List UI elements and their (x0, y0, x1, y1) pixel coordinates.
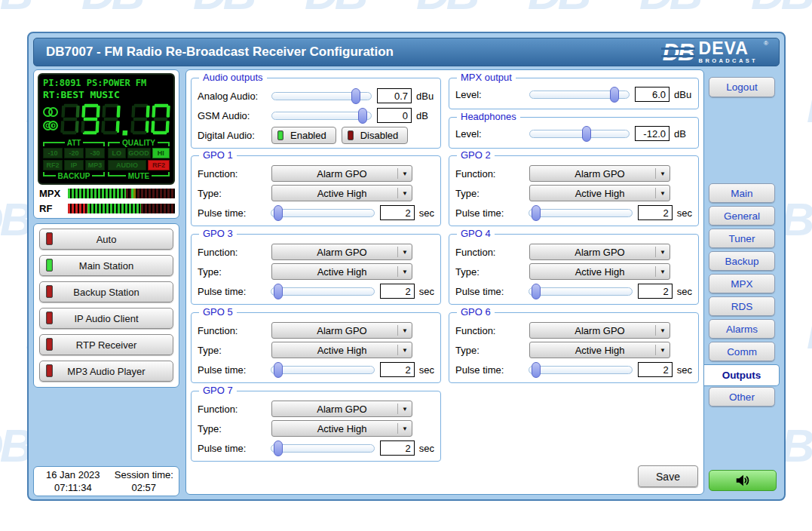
source-button-mp3-audio-player[interactable]: MP3 Audio Player (39, 361, 173, 382)
slider-thumb[interactable] (358, 108, 367, 124)
nav-tab-outputs[interactable]: Outputs (704, 364, 780, 386)
slider-thumb[interactable] (610, 87, 619, 103)
slider-thumb[interactable] (532, 362, 541, 378)
deva-logo-name: DEVA (699, 40, 758, 57)
gpo-pulse-unit: sec (677, 364, 692, 376)
gpo-type-label: Type: (198, 266, 271, 278)
gsm-audio-label: GSM Audio: (198, 110, 271, 121)
headphones-level-value[interactable]: -12.0 (635, 126, 670, 141)
mpx-level-slider[interactable] (529, 91, 630, 99)
registered-mark: ® (764, 40, 768, 47)
gpo-pulse-slider[interactable] (271, 209, 375, 217)
watermark-glyph: DB (0, 419, 30, 472)
meter-segment (87, 204, 141, 213)
gpo-type-select[interactable]: Active High ▼ (271, 342, 412, 358)
gpo-pulse-value[interactable]: 2 (380, 440, 415, 456)
source-button-rtp-receiver[interactable]: RTP Receiver (39, 334, 173, 355)
gsm-audio-value[interactable]: 0 (377, 108, 412, 123)
gpo-pulse-slider[interactable] (271, 366, 375, 374)
lcd-pi-value: 8091 (60, 78, 81, 88)
gpo-legend: GPO 4 (457, 228, 495, 239)
digital-audio-disabled-button[interactable]: Disabled (342, 127, 409, 144)
gpo-function-select[interactable]: Alarm GPO ▼ (271, 401, 412, 417)
mpx-level-value[interactable]: 6.0 (635, 87, 670, 102)
meter-segment (68, 189, 126, 198)
watermark-glyph: DB (751, 0, 811, 20)
gpo-fieldset: GPO 6 Function: Alarm GPO ▼ Type: Active… (449, 312, 699, 383)
speaker-icon (734, 472, 751, 489)
logout-button[interactable]: Logout (709, 77, 775, 97)
save-button[interactable]: Save (638, 465, 698, 487)
current-date: 16 Jan 2023 (35, 469, 111, 481)
digital-audio-enabled-button[interactable]: Enabled (271, 127, 336, 144)
gpo-pulse-value[interactable]: 2 (380, 284, 415, 299)
gpo-type-select[interactable]: Active High ▼ (529, 185, 670, 201)
slider-thumb[interactable] (274, 205, 283, 221)
current-time: 07:11:34 (35, 482, 111, 494)
gpo-pulse-label: Pulse time: (455, 286, 529, 297)
gpo-pulse-value[interactable]: 2 (638, 205, 673, 220)
slider-thumb[interactable] (351, 88, 360, 104)
nav-tab-other[interactable]: Other (709, 387, 775, 407)
gpo-pulse-slider[interactable] (529, 209, 633, 217)
analog-audio-value[interactable]: 0.7 (377, 88, 412, 103)
gpo-pulse-slider[interactable] (271, 444, 375, 453)
gpo-legend: GPO 7 (199, 385, 237, 396)
source-button-backup-station[interactable]: Backup Station (39, 281, 173, 302)
lcd-group-label: QUALITY (108, 139, 170, 146)
slider-thumb[interactable] (274, 284, 283, 299)
slider-thumb[interactable] (274, 362, 283, 378)
gpo-function-select[interactable]: Alarm GPO ▼ (271, 322, 412, 339)
nav-tab-rds[interactable]: RDS (709, 296, 775, 316)
gpo-function-value: Alarm GPO (317, 247, 366, 258)
nav-tab-tuner[interactable]: Tuner (709, 229, 775, 248)
gpo-type-label: Type: (455, 188, 529, 199)
gpo-pulse-value[interactable]: 2 (638, 362, 673, 377)
slider-thumb[interactable] (274, 440, 283, 456)
gsm-audio-slider[interactable] (271, 112, 372, 120)
source-button-label: Main Station (79, 260, 133, 272)
watermark-glyph: DB (416, 0, 476, 20)
gpo-type-select[interactable]: Active High ▼ (271, 263, 412, 280)
receiver-display-card: PI:8091 PS:POWER FM RT:BEST MUSIC ATTQUA… (33, 69, 179, 219)
watermark-glyph: DB (528, 0, 588, 20)
gpo-function-select[interactable]: Alarm GPO ▼ (271, 165, 412, 182)
nav-tab-general[interactable]: General (709, 206, 775, 226)
gpo-pulse-slider[interactable] (529, 366, 633, 374)
source-button-label: MP3 Audio Player (67, 366, 145, 377)
rf-meter-label: RF (39, 203, 68, 214)
nav-tab-alarms[interactable]: Alarms (709, 319, 775, 339)
source-button-ip-audio-client[interactable]: IP Audio Client (39, 308, 173, 329)
mpx-meter-row: MPX (39, 188, 176, 198)
slider-thumb[interactable] (532, 205, 541, 221)
gpo-type-select[interactable]: Active High ▼ (529, 263, 670, 280)
source-button-auto[interactable]: Auto (39, 229, 173, 250)
nav-tab-comm[interactable]: Comm (709, 342, 775, 361)
analog-audio-slider[interactable] (271, 92, 372, 100)
page-title: DB7007 - FM Radio Re-Broadcast Receiver … (46, 45, 394, 60)
gpo-type-select[interactable]: Active High ▼ (271, 420, 412, 437)
slider-thumb[interactable] (532, 284, 541, 299)
gpo-pulse-value[interactable]: 2 (380, 205, 415, 220)
gpo-pulse-unit: sec (677, 207, 692, 219)
gpo-type-select[interactable]: Active High ▼ (529, 342, 670, 358)
source-button-main-station[interactable]: Main Station (39, 255, 173, 276)
gpo-function-label: Function: (455, 168, 529, 180)
nav-tab-backup[interactable]: Backup (709, 251, 775, 271)
nav-tab-main[interactable]: Main (709, 183, 775, 203)
gpo-type-select[interactable]: Active High ▼ (271, 185, 412, 201)
enabled-led (277, 130, 283, 140)
headphones-level-slider[interactable] (529, 130, 630, 138)
gpo-pulse-slider[interactable] (529, 287, 633, 296)
nav-tab-mpx[interactable]: MPX (709, 274, 775, 293)
gpo-function-select[interactable]: Alarm GPO ▼ (529, 244, 670, 260)
gpo-pulse-label: Pulse time: (198, 286, 271, 297)
gpo-pulse-value[interactable]: 2 (638, 284, 673, 299)
gpo-function-select[interactable]: Alarm GPO ▼ (529, 322, 670, 339)
gpo-pulse-value[interactable]: 2 (380, 362, 415, 377)
gpo-pulse-slider[interactable] (271, 287, 375, 296)
slider-thumb[interactable] (582, 126, 591, 142)
gpo-function-select[interactable]: Alarm GPO ▼ (529, 165, 670, 182)
audio-monitor-button[interactable] (709, 470, 777, 491)
gpo-function-select[interactable]: Alarm GPO ▼ (271, 244, 412, 260)
